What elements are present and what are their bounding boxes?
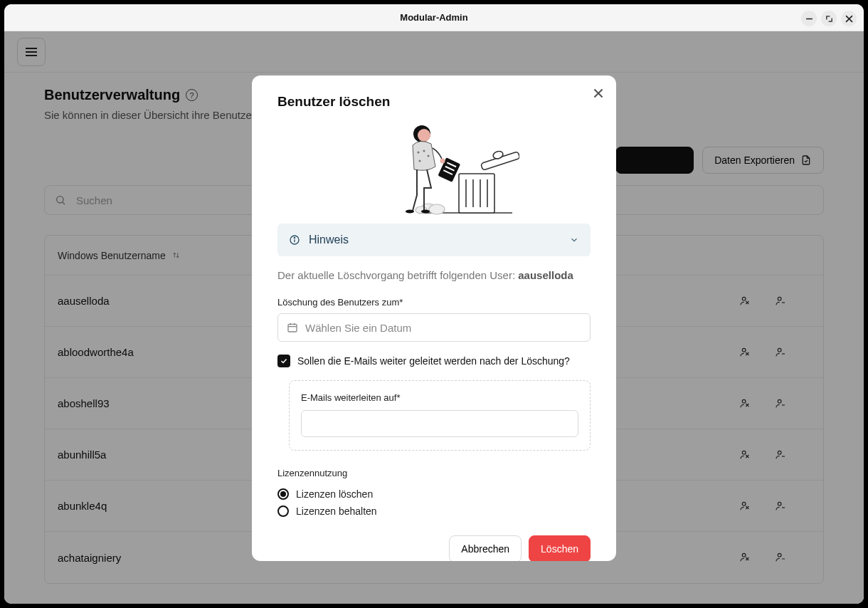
window-title: Modular-Admin	[400, 12, 467, 23]
forward-email-label: Sollen die E-Mails weiter geleitet werde…	[297, 355, 570, 367]
license-delete-label: Lizenzen löschen	[296, 488, 373, 500]
window-maximize-button[interactable]	[821, 11, 837, 26]
forward-target-label: E-Mails weiterleiten auf*	[301, 392, 578, 403]
window-titlebar: Modular-Admin	[4, 4, 864, 31]
close-icon	[593, 88, 603, 98]
svg-point-54	[418, 152, 420, 154]
delete-date-input[interactable]: Wählen Sie ein Datum	[277, 313, 591, 342]
license-delete-option[interactable]: Lizenzen löschen	[277, 488, 591, 500]
window-close-button[interactable]	[841, 11, 857, 26]
modal-overlay: Benutzer löschen	[4, 31, 864, 604]
confirm-delete-button[interactable]: Löschen	[529, 535, 591, 561]
target-user-name: aauselloda	[518, 269, 573, 281]
modal-description: Der aktuelle Löschvorgang betrifft folge…	[277, 269, 591, 281]
hint-label: Hinweis	[309, 234, 349, 246]
modal-title: Benutzer löschen	[277, 94, 591, 110]
check-icon	[280, 357, 288, 365]
svg-point-58	[440, 159, 445, 164]
forward-target-input[interactable]	[301, 410, 578, 437]
radio-unchecked-icon	[277, 505, 289, 517]
svg-rect-41	[459, 174, 494, 213]
delete-illustration	[277, 117, 591, 216]
delete-date-label: Löschung des Benutzers zum*	[277, 297, 591, 308]
svg-point-63	[294, 237, 295, 238]
svg-point-60	[421, 210, 430, 214]
date-placeholder: Wählen Sie ein Datum	[305, 322, 411, 334]
forward-target-group: E-Mails weiterleiten auf*	[289, 380, 591, 451]
chevron-down-icon	[569, 235, 579, 245]
license-keep-label: Lizenzen behalten	[296, 505, 377, 517]
svg-point-55	[423, 150, 425, 152]
svg-point-56	[428, 155, 430, 157]
hint-accordion[interactable]: Hinweis	[277, 224, 591, 256]
cancel-button[interactable]: Abbrechen	[449, 535, 522, 561]
svg-point-57	[419, 160, 421, 162]
license-heading: Lizenzennutzung	[277, 468, 591, 478]
info-icon	[289, 234, 300, 246]
modal-close-button[interactable]	[593, 88, 603, 101]
svg-point-39	[429, 204, 445, 214]
delete-user-modal: Benutzer löschen	[252, 75, 616, 561]
forward-email-checkbox[interactable]	[277, 355, 290, 367]
svg-point-59	[406, 210, 414, 214]
calendar-icon	[287, 322, 298, 333]
license-keep-option[interactable]: Lizenzen behalten	[277, 505, 591, 517]
radio-checked-icon	[277, 488, 289, 500]
svg-rect-64	[288, 324, 297, 332]
window-minimize-button[interactable]	[801, 11, 817, 26]
svg-point-53	[418, 129, 430, 142]
